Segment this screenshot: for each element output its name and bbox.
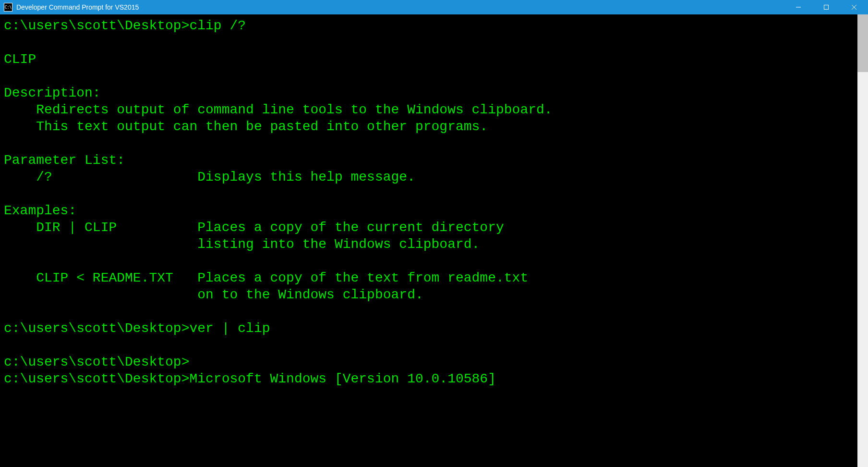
window-titlebar: C:\ Developer Command Prompt for VS2015 bbox=[0, 0, 868, 14]
terminal-line: listing into the Windows clipboard. bbox=[4, 236, 854, 253]
terminal-line bbox=[4, 253, 854, 270]
terminal-line: Examples: bbox=[4, 202, 854, 219]
minimize-icon bbox=[796, 4, 801, 10]
close-icon bbox=[851, 4, 857, 10]
terminal-line: Parameter List: bbox=[4, 152, 854, 169]
maximize-icon bbox=[823, 4, 829, 10]
terminal-line: Redirects output of command line tools t… bbox=[4, 101, 854, 118]
close-button[interactable] bbox=[840, 0, 868, 14]
svg-rect-1 bbox=[824, 5, 829, 10]
terminal-line: Description: bbox=[4, 85, 854, 101]
terminal-line bbox=[4, 337, 854, 354]
scrollbar-thumb[interactable] bbox=[857, 14, 868, 72]
terminal-line bbox=[4, 34, 854, 51]
app-icon: C:\ bbox=[4, 3, 12, 12]
terminal-line: c:\users\scott\Desktop>clip /? bbox=[4, 17, 854, 34]
maximize-button[interactable] bbox=[812, 0, 840, 14]
terminal-line bbox=[4, 68, 854, 85]
terminal-line bbox=[4, 303, 854, 320]
terminal-line: /? Displays this help message. bbox=[4, 169, 854, 185]
terminal-line: c:\users\scott\Desktop> bbox=[4, 354, 854, 370]
terminal-line: CLIP bbox=[4, 51, 854, 68]
terminal-line: c:\users\scott\Desktop>Microsoft Windows… bbox=[4, 370, 854, 387]
terminal-line bbox=[4, 135, 854, 152]
terminal-output[interactable]: c:\users\scott\Desktop>clip /? CLIP Desc… bbox=[0, 14, 857, 467]
terminal-line: DIR | CLIP Places a copy of the current … bbox=[4, 219, 854, 236]
terminal-line: on to the Windows clipboard. bbox=[4, 286, 854, 303]
terminal-line: CLIP < README.TXT Places a copy of the t… bbox=[4, 270, 854, 286]
terminal-line bbox=[4, 185, 854, 202]
window-title: Developer Command Prompt for VS2015 bbox=[16, 3, 139, 11]
client-area: c:\users\scott\Desktop>clip /? CLIP Desc… bbox=[0, 14, 868, 467]
vertical-scrollbar[interactable] bbox=[857, 14, 868, 467]
terminal-line: c:\users\scott\Desktop>ver | clip bbox=[4, 320, 854, 337]
minimize-button[interactable] bbox=[784, 0, 812, 14]
terminal-line: This text output can then be pasted into… bbox=[4, 118, 854, 135]
